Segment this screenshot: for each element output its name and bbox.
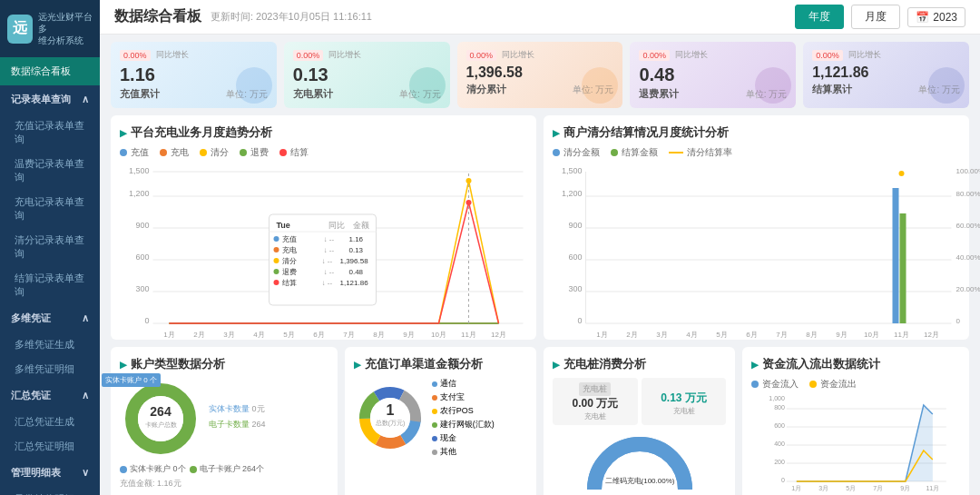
svg-text:9月: 9月: [901, 485, 911, 491]
svg-point-50: [274, 280, 279, 285]
svg-text:卡账户总数: 卡账户总数: [145, 421, 177, 428]
order-card: 充值订单渠道金额分析 1 总: [345, 347, 536, 495]
svg-point-55: [466, 178, 472, 183]
account-title: 账户类型数据分析: [120, 356, 328, 372]
svg-text:1,200: 1,200: [562, 189, 583, 198]
sidebar-item-multivoucher-detail[interactable]: 多维凭证明细: [0, 357, 100, 381]
order-content: 1 总数(万元) 通信 支付宝 农行POS 建行网银(汇款) 现金 其他: [354, 378, 527, 458]
bar-chart-legend: 清分金额 结算金额 清分结算率: [553, 146, 960, 159]
sidebar-item-temp-records[interactable]: 温费记录表单查询: [0, 152, 100, 190]
sidebar-item-multivoucher-gen[interactable]: 多维凭证生成: [0, 332, 100, 357]
charge-stats: 充电桩 0.00 万元 充电桩 0.13 万元 充电桩: [553, 378, 726, 425]
legend-settle: 结算: [279, 146, 309, 159]
kpi-label-electric: 充电累计: [293, 87, 333, 101]
svg-text:9月: 9月: [403, 331, 414, 339]
svg-text:800: 800: [774, 404, 785, 411]
svg-text:1,396.58: 1,396.58: [340, 257, 369, 265]
legend-clear: 清分: [200, 146, 229, 159]
charts-row-main: 平台充电业务月度趋势分析 充值 充电 清分: [111, 115, 969, 340]
svg-text:↓ --: ↓ --: [324, 268, 335, 276]
charge-stat-1: 充电桩 0.00 万元 充电桩: [553, 378, 638, 425]
svg-text:3月: 3月: [656, 331, 667, 339]
kpi-pct-recharge: 0.00%: [120, 50, 151, 61]
tab-year[interactable]: 年度: [795, 5, 844, 29]
account-tag-physical: 实体卡账户 0 个: [102, 373, 161, 387]
svg-text:600: 600: [568, 252, 582, 262]
svg-text:0: 0: [781, 477, 785, 483]
legend-bar-blue: 清分金额: [553, 146, 600, 159]
svg-text:11月: 11月: [894, 331, 909, 339]
svg-text:2月: 2月: [193, 331, 204, 339]
sidebar-item-settle-records[interactable]: 结算记录表单查询: [0, 266, 100, 304]
sidebar-section-multivoucher[interactable]: 多维凭证 ∧: [0, 304, 100, 332]
legend-dot-fund-out: [809, 381, 817, 388]
svg-text:1: 1: [386, 402, 394, 418]
svg-point-56: [466, 200, 472, 205]
charge-card: 充电桩消费分析 充电桩 0.00 万元 充电桩 0.13 万元 充电桩: [544, 347, 735, 495]
svg-text:1月: 1月: [163, 331, 174, 339]
sidebar-item-abnormal[interactable]: 异常结价明细: [0, 487, 100, 495]
legend-recharge: 充值: [120, 146, 149, 159]
svg-text:5月: 5月: [283, 331, 294, 339]
svg-text:11月: 11月: [461, 331, 476, 339]
svg-text:3月: 3月: [223, 331, 234, 339]
sidebar-item-charge-records[interactable]: 充电记录表单查询: [0, 190, 100, 228]
svg-text:900: 900: [568, 221, 582, 230]
svg-text:退费: 退费: [282, 268, 297, 276]
sidebar-section-manage[interactable]: 管理明细表 ∨: [0, 459, 100, 487]
sidebar-item-dashboard[interactable]: 数据综合看板: [0, 57, 100, 85]
tab-month[interactable]: 月度: [851, 5, 900, 29]
main-content: 数据综合看板 更新时间: 2023年10月05日 11:16:11 年度 月度 …: [100, 0, 980, 495]
legend-fund-in: 资金流入: [751, 378, 799, 391]
svg-text:3月: 3月: [819, 485, 829, 491]
svg-text:300: 300: [568, 284, 582, 293]
svg-text:10月: 10月: [431, 331, 446, 339]
kpi-pct-settle: 0.00%: [812, 50, 843, 61]
svg-text:200: 200: [774, 459, 785, 465]
svg-point-0: [236, 67, 272, 104]
svg-text:0: 0: [144, 316, 149, 325]
legend-dot-bar-green: [611, 149, 618, 156]
sidebar-item-clear-records[interactable]: 清分记录表单查询: [0, 228, 100, 266]
year-input[interactable]: 📅 2023: [907, 7, 965, 27]
sidebar-item-sumvoucher-detail[interactable]: 汇总凭证明细: [0, 434, 100, 459]
svg-text:1,121.86: 1,121.86: [340, 279, 369, 287]
svg-text:Tue: Tue: [277, 221, 290, 230]
calendar-icon: 📅: [916, 11, 929, 24]
svg-text:12月: 12月: [491, 331, 506, 339]
kpi-badge-recharge: 同比增长: [156, 49, 189, 61]
fund-legend: 资金流入 资金流出: [751, 378, 960, 391]
svg-text:7月: 7月: [776, 331, 787, 339]
account-content: 264 卡账户总数 实体卡账户 0 个 实体卡数量 0元 电子卡数量 264: [120, 378, 328, 460]
legend-fund-out: 资金流出: [809, 378, 857, 391]
svg-text:900: 900: [135, 221, 149, 230]
sidebar-item-sumvoucher-gen[interactable]: 汇总凭证生成: [0, 410, 100, 434]
legend-dot-refund: [240, 149, 247, 156]
page-title: 数据综合看板: [114, 7, 201, 26]
legend-dot-bar-blue: [553, 149, 560, 156]
svg-point-34: [274, 236, 279, 242]
header: 数据综合看板 更新时间: 2023年10月05日 11:16:11 年度 月度 …: [100, 0, 980, 35]
svg-text:1,000: 1,000: [769, 395, 786, 401]
svg-text:总数(万元): 总数(万元): [374, 420, 405, 427]
legend-refund: 退费: [240, 146, 269, 159]
svg-text:400: 400: [774, 441, 785, 447]
legend-bar-green: 结算金额: [611, 146, 658, 159]
kpi-row: 0.00% 同比增长 1.16 充值累计 单位: 万元 0.00% 同比增长: [111, 42, 969, 108]
svg-text:264: 264: [150, 404, 172, 419]
svg-text:↓ --: ↓ --: [324, 235, 335, 243]
svg-text:二维码充电(100.00%): 二维码充电(100.00%): [604, 477, 674, 485]
svg-text:40.00%: 40.00%: [956, 253, 981, 262]
sidebar-section-records[interactable]: 记录表单查询 ∧: [0, 85, 100, 114]
order-legend: 通信 支付宝 农行POS 建行网银(汇款) 现金 其他: [432, 378, 495, 458]
account-extra: 充值金额: 1.16元: [120, 478, 328, 490]
svg-text:5月: 5月: [716, 331, 727, 339]
legend-line-rate: [669, 152, 683, 153]
svg-text:清分: 清分: [282, 257, 297, 265]
kpi-badge-refund: 同比增长: [675, 49, 708, 61]
sidebar-item-recharge-records[interactable]: 充值记录表单查询: [0, 114, 100, 152]
sidebar-section-summary-voucher[interactable]: 汇总凭证 ∧: [0, 381, 100, 410]
legend-dot-recharge: [120, 149, 127, 156]
svg-text:充值: 充值: [282, 235, 297, 243]
svg-text:0: 0: [956, 317, 961, 325]
